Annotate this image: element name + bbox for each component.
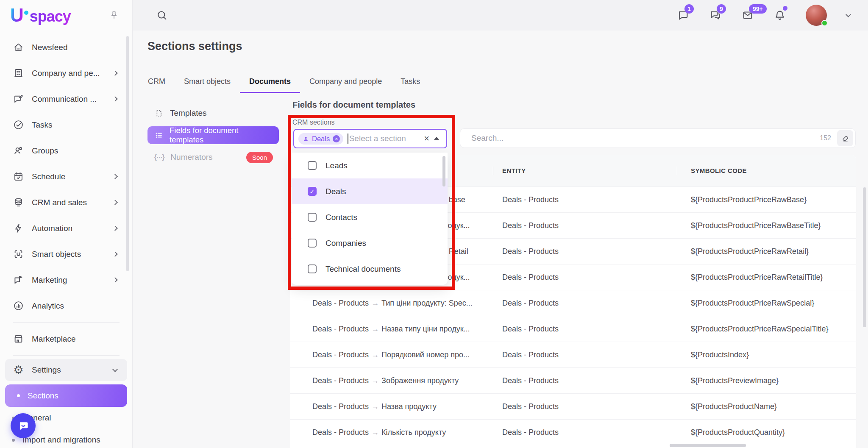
panel-item-label: Fields for document templates [170, 126, 273, 145]
arrow-right-icon: → [369, 299, 381, 307]
checkbox-checked[interactable]: ✓ [308, 187, 317, 196]
option-technical-documents[interactable]: Technical documents [292, 256, 448, 282]
header-symbolic-code: SYMBOLIC CODE [677, 167, 747, 174]
table-row[interactable]: Deals - Products→Кількість продукту Deal… [290, 419, 856, 445]
option-contacts[interactable]: Contacts [292, 204, 448, 230]
sidebar-scrollbar[interactable] [126, 36, 129, 271]
chat-badge: 1 [684, 4, 694, 14]
sidebar-subitem-sections[interactable]: Sections [5, 384, 127, 407]
table-horizontal-scrollbar[interactable] [670, 444, 746, 447]
option-label: Contacts [326, 213, 357, 222]
panel-item-templates[interactable]: Templates [147, 103, 279, 123]
logo-letter-u: U [10, 5, 23, 26]
mail-button[interactable]: 99+ [741, 9, 754, 22]
option-leads[interactable]: Leads [292, 153, 448, 178]
sidebar-item-label: Smart objects [32, 250, 81, 259]
results-count: 152 [820, 134, 831, 142]
option-companies[interactable]: Companies [292, 230, 448, 256]
sidebar-item-schedule[interactable]: Schedule [0, 164, 132, 189]
campaign-icon [13, 274, 24, 286]
tab-crm[interactable]: CRM [139, 73, 175, 93]
gear-icon: ⚙ [13, 365, 24, 376]
sidebar-item-label: Newsfeed [32, 43, 68, 52]
table-row[interactable]: Deals - Products→Назва продукту Deals - … [290, 393, 856, 419]
sidebar-item-automation[interactable]: Automation [0, 215, 132, 241]
table-row[interactable]: Deals - Products→Порядковий номер про...… [290, 342, 856, 367]
soon-badge: Soon [246, 152, 273, 163]
sidebar-item-communication[interactable]: Communication ... [0, 86, 132, 112]
table-search: 152 [460, 128, 856, 148]
arrow-right-icon: → [369, 351, 381, 359]
chip-remove-icon[interactable]: × [333, 135, 340, 142]
documents-subnav: Templates Fields for document templates … [147, 103, 279, 167]
people-icon [13, 145, 24, 156]
sidebar-item-newsfeed[interactable]: Newsfeed [0, 34, 132, 60]
sidebar-item-label: Schedule [32, 172, 65, 181]
profile-chevron-down-icon[interactable] [846, 12, 851, 17]
sidebar-item-smart-objects[interactable]: Smart objects [0, 241, 132, 267]
tab-smart-objects[interactable]: Smart objects [175, 73, 240, 93]
checkbox-unchecked[interactable] [308, 213, 317, 222]
arrow-right-icon: → [369, 376, 381, 385]
tab-tasks[interactable]: Tasks [391, 73, 429, 93]
table-vertical-scrollbar[interactable] [863, 187, 866, 327]
uspacy-logo[interactable]: U spacy [10, 5, 71, 26]
clear-search-button[interactable] [837, 130, 853, 146]
sidebar-item-marketing[interactable]: Marketing [0, 267, 132, 293]
person-icon [303, 136, 309, 142]
section-heading: Fields for document templates [292, 100, 415, 110]
bell-icon [773, 9, 786, 22]
checkbox-unchecked[interactable] [308, 239, 317, 248]
tab-documents[interactable]: Documents [240, 73, 300, 93]
sidebar-item-settings[interactable]: ⚙ Settings [5, 359, 127, 381]
option-deals[interactable]: ✓ Deals [292, 178, 448, 204]
collapse-caret-icon[interactable] [434, 137, 440, 140]
lightning-icon [13, 223, 24, 234]
sidebar-item-analytics[interactable]: Analytics [0, 293, 132, 319]
checkbox-unchecked[interactable] [308, 264, 317, 273]
sidebar-item-marketplace[interactable]: Marketplace [0, 326, 132, 352]
notifications-button[interactable] [773, 9, 786, 22]
sidebar-item-label: Company and pe... [32, 69, 100, 78]
group-chats-button[interactable]: 9 [709, 9, 722, 22]
braces-icon: {···} [154, 153, 164, 161]
search-input[interactable] [471, 134, 820, 143]
direct-messages-button[interactable]: 1 [677, 9, 690, 22]
chevron-right-icon [112, 96, 118, 102]
option-label: Deals [326, 187, 346, 196]
clear-selection-icon[interactable]: × [424, 134, 429, 143]
table-row[interactable]: Deals - Products→Назва типу ціни продук.… [290, 316, 856, 342]
sidebar-item-tasks[interactable]: Tasks [0, 112, 132, 138]
sidebar-item-crm-and-sales[interactable]: CRM and sales [0, 189, 132, 215]
table-row[interactable]: Deals - Products→Зображення продукту Dea… [290, 367, 856, 393]
panel-item-label: Templates [170, 109, 207, 118]
sidebar-item-groups[interactable]: Groups [0, 138, 132, 164]
arrow-right-icon: → [369, 428, 381, 437]
dropdown-scrollbar[interactable] [442, 156, 445, 186]
panel-item-numerators[interactable]: {···} Numerators Soon [147, 147, 279, 167]
sidebar-item-label: CRM and sales [32, 198, 87, 207]
support-chat-button[interactable] [11, 413, 36, 438]
check-circle-icon [13, 119, 24, 131]
chevron-down-icon [112, 367, 118, 372]
sidebar-item-label: Settings [32, 365, 61, 375]
table-row[interactable]: Deals - Products→Тип ціни продукту: Spec… [290, 290, 856, 316]
checkbox-unchecked[interactable] [308, 161, 317, 170]
pin-icon[interactable] [108, 10, 120, 21]
chart-circle-icon [13, 300, 24, 312]
user-avatar[interactable] [806, 5, 827, 26]
crm-sections-select[interactable]: Deals × Select a section × [293, 129, 447, 148]
sidebar-item-label: Tasks [32, 120, 53, 130]
sidebar-item-company-and-people[interactable]: Company and pe... [0, 60, 132, 86]
chevron-right-icon [112, 200, 118, 205]
option-label: Companies [326, 239, 366, 248]
arrow-right-icon: → [369, 325, 381, 333]
calendar-icon [13, 171, 24, 182]
tab-company-and-people[interactable]: Company and people [300, 73, 391, 93]
panel-item-fields-for-document-templates[interactable]: Fields for document templates [147, 126, 279, 144]
notification-dot [783, 6, 787, 11]
logo-dot [24, 11, 28, 15]
select-placeholder: Select a section [349, 134, 422, 143]
search-icon[interactable] [156, 9, 168, 21]
sidebar-divider [13, 322, 120, 323]
